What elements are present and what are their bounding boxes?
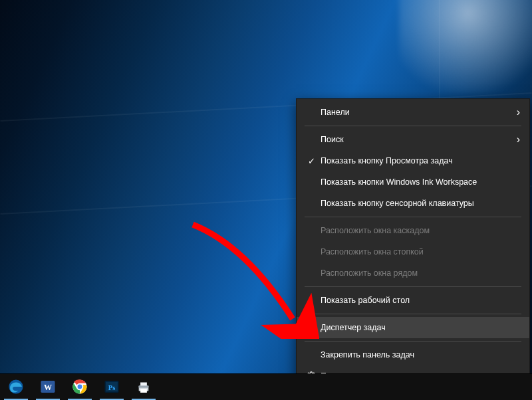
menu-item-label: Панели	[319, 108, 517, 117]
menu-item-label: Диспетчер задач	[319, 323, 520, 332]
menu-item-stack-windows: Расположить окна стопкой	[297, 241, 529, 262]
svg-rect-12	[140, 389, 147, 393]
edge-icon	[7, 378, 25, 395]
menu-item-show-taskview-button[interactable]: ✓ Показать кнопку Просмотра задач	[297, 150, 529, 171]
menu-item-show-touch-keyboard[interactable]: Показать кнопку сенсорной клавиатуры	[297, 193, 529, 214]
menu-item-label: Поиск	[319, 135, 517, 144]
taskbar-app-photoshop[interactable]: Ps	[96, 373, 128, 400]
menu-item-panels[interactable]: Панели ›	[297, 102, 529, 123]
menu-item-side-by-side-windows: Расположить окна рядом	[297, 262, 529, 284]
menu-separator	[305, 314, 521, 314]
word-icon: W	[39, 378, 57, 395]
checkmark-icon: ✓	[303, 156, 319, 166]
chrome-icon	[71, 378, 88, 395]
taskbar-app-fax-scan[interactable]	[128, 373, 160, 400]
taskbar-app-edge[interactable]	[0, 373, 32, 400]
menu-item-label: Закрепить панель задач	[319, 350, 520, 359]
chevron-right-icon: ›	[517, 134, 520, 145]
printer-icon	[135, 378, 152, 395]
menu-item-label: Расположить окна стопкой	[319, 247, 520, 256]
menu-item-search[interactable]: Поиск ›	[297, 129, 529, 150]
menu-item-show-desktop[interactable]: Показать рабочий стол	[297, 290, 529, 311]
menu-separator	[305, 286, 521, 287]
menu-item-task-manager[interactable]: Диспетчер задач	[297, 317, 529, 338]
menu-item-label: Показать кнопки Windows Ink Workspace	[319, 177, 520, 187]
menu-item-label: Расположить окна каскадом	[319, 226, 520, 235]
taskbar-app-chrome[interactable]	[64, 373, 96, 400]
taskbar[interactable]: W Ps	[0, 373, 532, 400]
menu-item-show-ink-workspace[interactable]: Показать кнопки Windows Ink Workspace	[297, 171, 529, 193]
svg-rect-13	[139, 385, 149, 387]
svg-text:W: W	[44, 383, 52, 392]
taskbar-app-word[interactable]: W	[32, 373, 64, 400]
menu-item-label: Расположить окна рядом	[319, 268, 520, 278]
decorative-glow	[399, 0, 532, 93]
menu-item-label: Показать кнопку сенсорной клавиатуры	[319, 199, 520, 208]
menu-item-cascade-windows: Расположить окна каскадом	[297, 220, 529, 241]
menu-item-lock-taskbar[interactable]: Закрепить панель задач	[297, 344, 529, 365]
taskbar-context-menu: Панели › Поиск › ✓ Показать кнопку Просм…	[296, 98, 530, 390]
desktop-wallpaper: Панели › Поиск › ✓ Показать кнопку Просм…	[0, 0, 532, 400]
menu-separator	[305, 341, 521, 342]
menu-item-label: Показать кнопку Просмотра задач	[319, 156, 520, 165]
photoshop-icon: Ps	[103, 378, 120, 395]
chevron-right-icon: ›	[517, 107, 520, 118]
menu-separator	[305, 126, 521, 126]
menu-item-label: Показать рабочий стол	[319, 296, 520, 305]
menu-separator	[305, 217, 521, 217]
svg-text:Ps: Ps	[108, 384, 116, 391]
